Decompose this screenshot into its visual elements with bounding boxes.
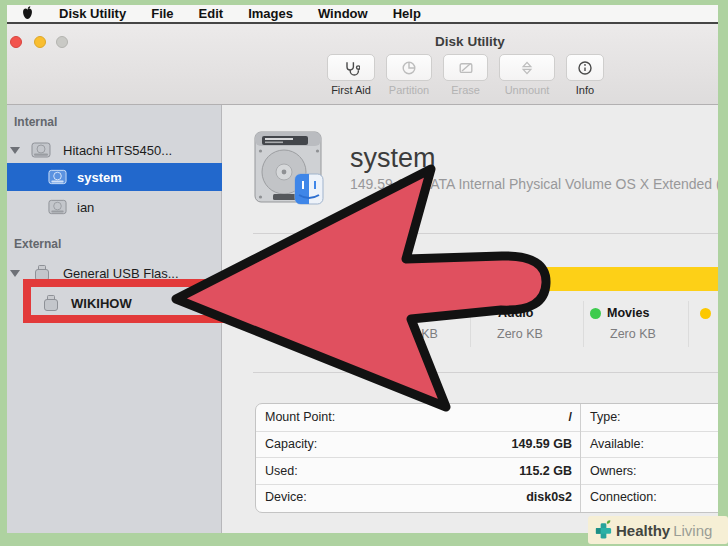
- info-icon: [577, 60, 593, 76]
- unmount-eject-icon: [519, 60, 535, 76]
- legend-value: Zero KB: [610, 327, 656, 341]
- legend-separator: [688, 301, 689, 347]
- sidebar-section-external: External: [14, 237, 61, 251]
- usage-bar-segment-other: [522, 267, 718, 291]
- detail-row: Mount Point: /: [256, 404, 580, 431]
- disk-utility-window: Disk Utility First Aid: [7, 24, 718, 533]
- detail-row: Device: disk0s2: [256, 484, 580, 511]
- detail-row: Capacity: 149.59 GB: [256, 431, 580, 458]
- volume-details-table: Mount Point: / Capacity: 149.59 GB Used:…: [255, 403, 718, 513]
- apple-menu-icon[interactable]: [21, 6, 34, 21]
- legend-label: Movies: [607, 306, 649, 320]
- menu-item-images[interactable]: Images: [248, 6, 293, 21]
- hard-drive-icon: [253, 130, 325, 206]
- partition-button[interactable]: Partition: [386, 54, 432, 96]
- partition-pie-icon: [401, 60, 417, 76]
- window-title: Disk Utility: [222, 34, 718, 49]
- toolbar: First Aid Partition: [327, 54, 604, 96]
- divider: [253, 233, 718, 234]
- legend-separator: [583, 301, 584, 347]
- volume-icon: [48, 198, 67, 216]
- menu-item-help[interactable]: Help: [393, 6, 421, 21]
- title-bar: Disk Utility First Aid: [7, 24, 718, 105]
- sidebar-item-system-volume[interactable]: system: [7, 163, 222, 191]
- disclosure-triangle-icon[interactable]: [10, 147, 20, 154]
- internal-drive-icon: [31, 141, 51, 159]
- divider: [253, 372, 718, 373]
- legend-value: Zero KB: [497, 327, 543, 341]
- finder-badge-icon: [295, 174, 323, 204]
- detail-row: Available:: [581, 431, 718, 458]
- legend-separator: [470, 301, 471, 347]
- volume-title: system: [350, 143, 436, 174]
- main-content: system 149.59 GB SATA Internal Physical …: [222, 105, 718, 533]
- detail-row: Owners:: [581, 457, 718, 484]
- legend-dot: [700, 308, 711, 319]
- menu-item-app[interactable]: Disk Utility: [59, 6, 126, 21]
- erase-icon: [458, 60, 474, 76]
- detail-row: Used: 115.2 GB: [256, 457, 580, 484]
- annotation-highlight-box: [23, 279, 233, 323]
- unmount-button[interactable]: Unmount: [499, 54, 555, 96]
- legend-dot: [482, 308, 493, 319]
- detail-row: Connection:: [581, 484, 718, 511]
- info-button[interactable]: Info: [566, 54, 604, 96]
- legend-label: Audio: [498, 306, 533, 320]
- sidebar-item-label: system: [77, 170, 122, 185]
- sidebar-item-label: ian: [77, 200, 94, 215]
- volume-subtitle: 149.59 GB SATA Internal Physical Volume …: [350, 176, 718, 192]
- healthy-living-watermark: Healthy Living: [588, 516, 728, 544]
- first-aid-button[interactable]: First Aid: [327, 54, 375, 96]
- legend-dot: [374, 308, 385, 319]
- erase-button[interactable]: Erase: [443, 54, 488, 96]
- menu-item-edit[interactable]: Edit: [199, 6, 224, 21]
- menu-bar: Disk Utility File Edit Images Window Hel…: [7, 5, 718, 24]
- detail-row: Type:: [581, 404, 718, 431]
- sidebar-item-ian-volume[interactable]: ian: [7, 195, 222, 219]
- stethoscope-icon: [342, 60, 360, 76]
- sidebar-section-internal: Internal: [14, 115, 57, 129]
- sidebar-item-label: Hitachi HTS5450...: [63, 143, 172, 158]
- volume-icon: [48, 168, 67, 186]
- screenshot-frame: Disk Utility File Edit Images Window Hel…: [0, 0, 728, 546]
- disclosure-triangle-icon[interactable]: [10, 270, 20, 277]
- legend-dot: [590, 308, 601, 319]
- close-window-button[interactable]: [10, 36, 22, 48]
- menu-item-file[interactable]: File: [151, 6, 173, 21]
- legend-value: Zero KB: [392, 327, 438, 341]
- minimize-window-button[interactable]: [34, 36, 46, 48]
- zoom-window-button[interactable]: [56, 36, 68, 48]
- sidebar-item-hitachi-disk[interactable]: Hitachi HTS5450...: [7, 138, 222, 162]
- plus-leaf-logo-icon: [594, 520, 613, 540]
- sidebar: Internal Hitachi HTS5450... system: [7, 105, 222, 533]
- menu-item-window[interactable]: Window: [318, 6, 368, 21]
